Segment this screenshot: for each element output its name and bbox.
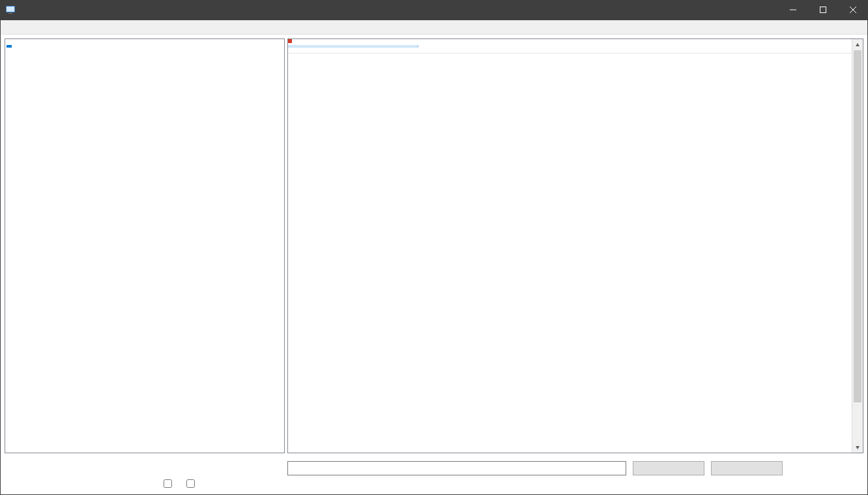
scroll-down-button[interactable] (852, 442, 863, 453)
search-names-checkbox[interactable] (186, 479, 197, 488)
menu-file[interactable] (5, 26, 15, 29)
svg-rect-1 (7, 7, 14, 12)
menu-help[interactable] (36, 26, 46, 29)
header-value[interactable] (418, 45, 852, 48)
find-button[interactable] (633, 461, 704, 475)
header-element[interactable] (288, 45, 418, 48)
vertical-scrollbar[interactable] (852, 39, 863, 453)
scroll-thumb[interactable] (854, 50, 861, 402)
app-window (0, 0, 868, 495)
scroll-up-button[interactable] (852, 39, 863, 50)
titlebar[interactable] (0, 0, 868, 20)
chk-names-only[interactable] (186, 479, 195, 488)
close-button[interactable] (838, 0, 868, 20)
search-category-checkbox[interactable] (164, 479, 175, 488)
menu-view[interactable] (25, 26, 36, 29)
table-header (288, 39, 852, 53)
details-pane (287, 38, 863, 453)
window-controls (778, 0, 868, 20)
svg-rect-2 (8, 13, 12, 14)
svg-marker-8 (856, 446, 860, 449)
scroll-track[interactable] (852, 50, 863, 442)
chk-category-only[interactable] (164, 479, 172, 488)
content-area (1, 35, 867, 457)
client-area (0, 20, 868, 495)
tree-pane[interactable] (5, 38, 285, 453)
tree-root[interactable] (7, 45, 12, 48)
close-search-button[interactable] (711, 461, 783, 475)
menu-edit[interactable] (15, 26, 25, 29)
svg-rect-4 (820, 7, 826, 13)
svg-marker-7 (856, 43, 860, 46)
app-icon (5, 5, 16, 15)
maximize-button[interactable] (808, 0, 838, 20)
search-panel (1, 457, 867, 494)
details-table[interactable] (288, 39, 852, 453)
search-input[interactable] (287, 461, 626, 475)
minimize-button[interactable] (778, 0, 808, 20)
menubar (1, 20, 867, 35)
